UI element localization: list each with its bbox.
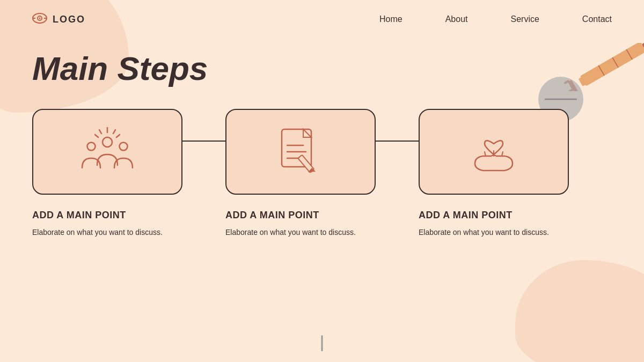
step-desc-1: Elaborate on what you want to discuss.	[32, 226, 182, 238]
page-title: Main Steps	[32, 49, 612, 87]
svg-line-18	[113, 130, 115, 134]
step-card-3	[419, 109, 569, 195]
steps-info-row: ADD A MAIN POINT Elaborate on what you w…	[32, 210, 612, 238]
step-icon-1	[33, 109, 181, 195]
scroll-indicator	[321, 335, 323, 351]
nav-item-contact[interactable]: Contact	[582, 14, 612, 24]
step-heading-1: ADD A MAIN POINT	[32, 210, 182, 221]
step-info-2: ADD A MAIN POINT Elaborate on what you w…	[225, 210, 376, 238]
step-info-3: ADD A MAIN POINT Elaborate on what you w…	[419, 210, 569, 238]
svg-line-21	[95, 135, 98, 137]
navbar: LOGO Home About Service Contact	[0, 0, 644, 39]
svg-line-19	[99, 130, 101, 134]
nav-item-home[interactable]: Home	[379, 14, 402, 24]
svg-line-20	[116, 135, 120, 137]
svg-point-14	[39, 18, 41, 19]
scroll-dot	[321, 335, 323, 351]
main-content: Main Steps	[0, 39, 644, 238]
svg-point-22	[103, 137, 112, 147]
step-desc-3: Elaborate on what you want to discuss.	[419, 226, 569, 238]
step-desc-2: Elaborate on what you want to discuss.	[225, 226, 376, 238]
step-card-2	[225, 109, 376, 195]
svg-point-23	[87, 143, 96, 151]
step-heading-3: ADD A MAIN POINT	[419, 210, 569, 221]
step-icon-2	[226, 109, 375, 195]
step-heading-2: ADD A MAIN POINT	[225, 210, 376, 221]
step-card-1	[32, 109, 182, 195]
logo-icon	[32, 13, 47, 26]
nav-item-service[interactable]: Service	[511, 14, 539, 24]
logo-text: LOGO	[53, 14, 85, 25]
step-info-1: ADD A MAIN POINT Elaborate on what you w…	[32, 210, 182, 238]
logo-area: LOGO	[32, 13, 85, 26]
nav-links: Home About Service Contact	[379, 14, 612, 24]
connector-2-3	[376, 141, 419, 142]
connector-1-2	[182, 141, 225, 142]
svg-point-24	[120, 143, 128, 151]
steps-row	[32, 109, 612, 195]
blob-bottom-right	[515, 260, 644, 362]
nav-item-about[interactable]: About	[445, 14, 468, 24]
step-icon-3	[420, 109, 568, 195]
